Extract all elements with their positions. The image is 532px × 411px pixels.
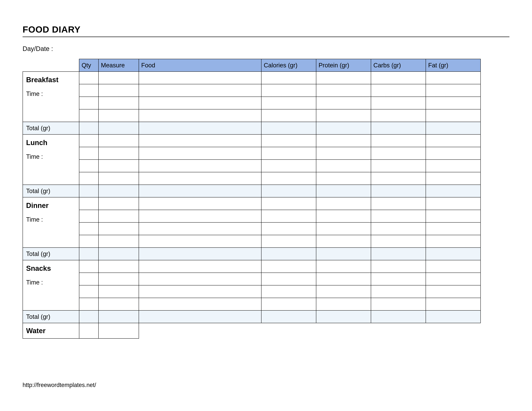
cell[interactable]: [79, 235, 98, 248]
cell[interactable]: [371, 197, 426, 210]
cell[interactable]: [261, 84, 316, 97]
cell[interactable]: [79, 134, 98, 147]
cell[interactable]: [371, 260, 426, 273]
cell[interactable]: [426, 273, 481, 285]
cell[interactable]: [79, 109, 98, 122]
cell[interactable]: [139, 72, 261, 84]
cell[interactable]: [139, 260, 261, 273]
cell[interactable]: [98, 323, 139, 338]
cell[interactable]: [139, 210, 261, 223]
cell[interactable]: [139, 223, 261, 235]
cell[interactable]: [316, 72, 371, 84]
cell[interactable]: [316, 210, 371, 223]
cell[interactable]: [426, 72, 481, 84]
cell[interactable]: [316, 260, 371, 273]
cell[interactable]: [426, 172, 481, 185]
cell[interactable]: [98, 109, 139, 122]
cell[interactable]: [316, 134, 371, 147]
cell[interactable]: [316, 235, 371, 248]
cell[interactable]: [316, 172, 371, 185]
cell[interactable]: [371, 273, 426, 285]
cell[interactable]: [98, 235, 139, 248]
cell[interactable]: [139, 147, 261, 159]
cell[interactable]: [371, 97, 426, 109]
cell[interactable]: [79, 197, 98, 210]
cell[interactable]: [426, 298, 481, 310]
cell[interactable]: [316, 298, 371, 310]
cell[interactable]: [261, 260, 316, 273]
cell[interactable]: [371, 147, 426, 159]
cell[interactable]: [98, 72, 139, 84]
cell[interactable]: [98, 285, 139, 298]
cell[interactable]: [426, 97, 481, 109]
cell[interactable]: [316, 147, 371, 159]
cell[interactable]: [371, 84, 426, 97]
cell[interactable]: [316, 84, 371, 97]
cell[interactable]: [426, 235, 481, 248]
cell[interactable]: [98, 260, 139, 273]
cell[interactable]: [426, 260, 481, 273]
cell[interactable]: [261, 97, 316, 109]
cell[interactable]: [139, 109, 261, 122]
cell[interactable]: [98, 223, 139, 235]
cell[interactable]: [261, 273, 316, 285]
cell[interactable]: [371, 298, 426, 310]
cell[interactable]: [139, 159, 261, 172]
cell[interactable]: [79, 172, 98, 185]
cell[interactable]: [371, 223, 426, 235]
cell[interactable]: [139, 197, 261, 210]
cell[interactable]: [98, 298, 139, 310]
cell[interactable]: [426, 223, 481, 235]
cell[interactable]: [261, 134, 316, 147]
cell[interactable]: [371, 134, 426, 147]
cell[interactable]: [261, 109, 316, 122]
cell[interactable]: [426, 147, 481, 159]
cell[interactable]: [139, 273, 261, 285]
cell[interactable]: [79, 223, 98, 235]
cell[interactable]: [316, 285, 371, 298]
cell[interactable]: [261, 235, 316, 248]
cell[interactable]: [139, 97, 261, 109]
cell[interactable]: [139, 235, 261, 248]
cell[interactable]: [139, 285, 261, 298]
cell[interactable]: [426, 197, 481, 210]
cell[interactable]: [79, 84, 98, 97]
cell[interactable]: [371, 109, 426, 122]
cell[interactable]: [98, 273, 139, 285]
cell[interactable]: [371, 72, 426, 84]
cell[interactable]: [261, 298, 316, 310]
cell[interactable]: [79, 298, 98, 310]
cell[interactable]: [426, 109, 481, 122]
cell[interactable]: [98, 84, 139, 97]
cell[interactable]: [79, 285, 98, 298]
cell[interactable]: [98, 210, 139, 223]
cell[interactable]: [371, 159, 426, 172]
cell[interactable]: [98, 134, 139, 147]
cell[interactable]: [79, 147, 98, 159]
cell[interactable]: [139, 298, 261, 310]
cell[interactable]: [316, 197, 371, 210]
cell[interactable]: [79, 72, 98, 84]
cell[interactable]: [426, 84, 481, 97]
cell[interactable]: [98, 97, 139, 109]
cell[interactable]: [261, 147, 316, 159]
cell[interactable]: [371, 172, 426, 185]
cell[interactable]: [261, 172, 316, 185]
cell[interactable]: [79, 210, 98, 223]
cell[interactable]: [79, 97, 98, 109]
cell[interactable]: [316, 223, 371, 235]
cell[interactable]: [316, 273, 371, 285]
cell[interactable]: [426, 210, 481, 223]
cell[interactable]: [98, 159, 139, 172]
cell[interactable]: [139, 172, 261, 185]
cell[interactable]: [79, 323, 98, 338]
cell[interactable]: [261, 210, 316, 223]
cell[interactable]: [426, 134, 481, 147]
cell[interactable]: [426, 285, 481, 298]
cell[interactable]: [261, 285, 316, 298]
cell[interactable]: [261, 72, 316, 84]
cell[interactable]: [261, 159, 316, 172]
cell[interactable]: [426, 159, 481, 172]
cell[interactable]: [98, 172, 139, 185]
cell[interactable]: [316, 97, 371, 109]
